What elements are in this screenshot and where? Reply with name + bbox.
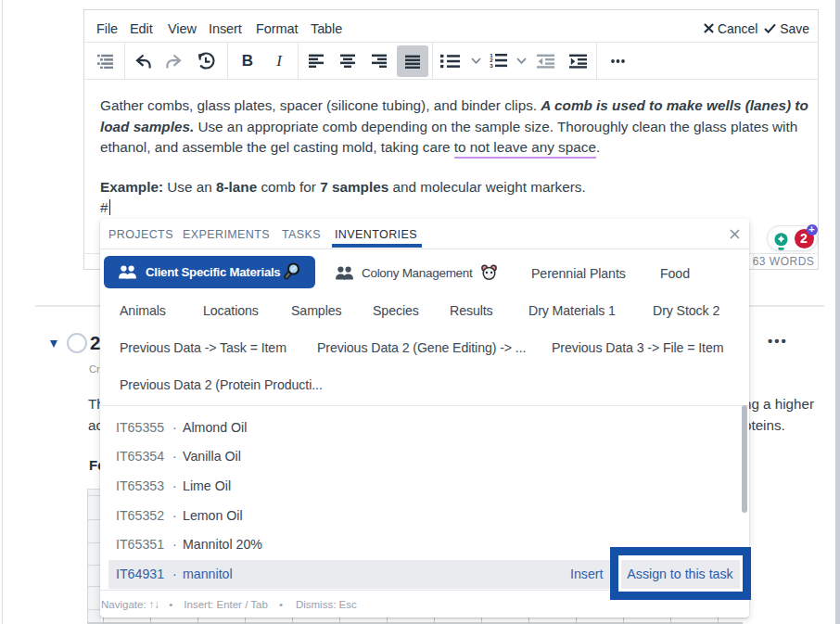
svg-text:3: 3: [490, 62, 493, 69]
